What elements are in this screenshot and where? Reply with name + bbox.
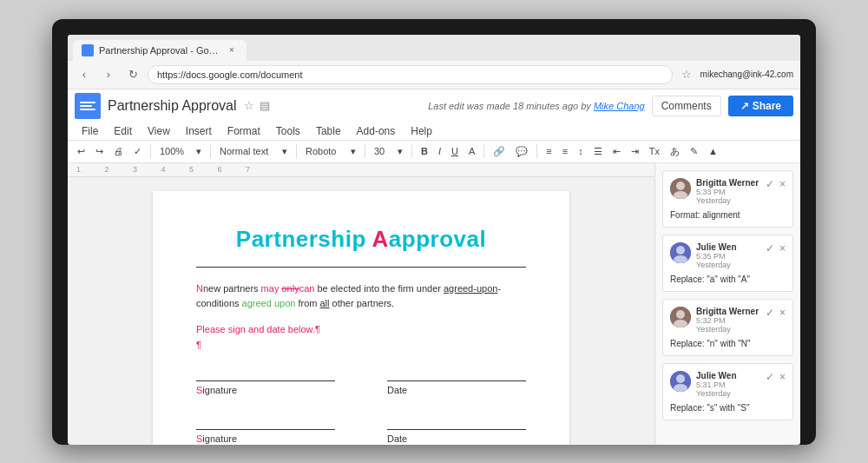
body-be: be elected into the firm under	[314, 283, 444, 294]
refresh-button[interactable]: ↻	[123, 65, 142, 84]
comment-author-2: Julie Wen	[696, 242, 760, 252]
sep-3	[296, 144, 297, 158]
menu-help[interactable]: Help	[404, 122, 439, 140]
menu-table[interactable]: Table	[309, 122, 348, 140]
comment-close-4[interactable]: ×	[779, 371, 786, 383]
sig-text-2: ignature	[202, 433, 237, 444]
indent-less-button[interactable]: ⇤	[608, 143, 625, 160]
tab-close-icon[interactable]: ×	[226, 44, 238, 56]
comment-card-3: Brigitta Werner 5:32 PM Yesterday ✓ × Re…	[662, 299, 793, 356]
comment-time-1: 5:33 PM Yesterday	[696, 188, 760, 205]
style-selector[interactable]: Normal text	[215, 143, 276, 159]
align-left-button[interactable]: ≡	[542, 143, 556, 159]
comment-close-3[interactable]: ×	[779, 307, 786, 319]
doc-body-paragraph: Nnew partners may onlycan be elected int…	[196, 281, 526, 312]
doc-heading: Partnership Aapproval	[196, 226, 526, 253]
hide-toolbar-button[interactable]: ▲	[704, 143, 722, 159]
menu-file[interactable]: File	[75, 122, 105, 140]
folder-icon[interactable]: ▤	[260, 99, 270, 112]
doc-page: Partnership Aapproval Nnew partners may …	[153, 191, 569, 445]
comment-resolve-2[interactable]: ✓	[766, 242, 774, 255]
undo-button[interactable]: ↩	[73, 143, 89, 160]
menu-view[interactable]: View	[141, 122, 177, 140]
comment-author-4: Julie Wen	[696, 371, 760, 380]
body-new: new partners	[203, 283, 261, 294]
font-size-dropdown-icon[interactable]: ▾	[393, 143, 407, 160]
list-button[interactable]: ☰	[589, 143, 607, 160]
bold-button[interactable]: B	[417, 143, 432, 159]
comment-text-1: Format: alignment	[670, 210, 786, 220]
menu-insert[interactable]: Insert	[179, 122, 219, 140]
font-selector[interactable]: Roboto	[301, 143, 345, 159]
input-tools-button[interactable]: あ	[666, 142, 684, 161]
last-edit-info: Last edit was made 18 minutes ago by Mik…	[428, 101, 644, 111]
comment-resolve-4[interactable]: ✓	[766, 371, 774, 383]
comment-meta-1: Brigitta Werner 5:33 PM Yesterday	[696, 178, 760, 205]
redo-button[interactable]: ↪	[91, 143, 108, 160]
comment-header-3: Brigitta Werner 5:32 PM Yesterday ✓ ×	[670, 307, 786, 334]
tracked-agreed-upon-2: agreed upon	[242, 298, 296, 308]
docs-header: Partnership Approval ☆ ▤ Last edit was m…	[68, 89, 800, 163]
doc-left-wrap: 1 2 3 4 5 6 7 Partnership Aapproval	[68, 163, 654, 445]
indent-more-button[interactable]: ⇥	[627, 143, 643, 160]
address-input[interactable]: https://docs.google.com/document	[148, 65, 673, 84]
star-icon[interactable]: ☆	[244, 99, 254, 112]
comment-resolve-1[interactable]: ✓	[766, 178, 774, 190]
comment-meta-4: Julie Wen 5:31 PM Yesterday	[696, 371, 760, 398]
comment-text-2: Replace: "a" with "A"	[670, 274, 786, 284]
comment-close-2[interactable]: ×	[779, 242, 786, 255]
underline-button[interactable]: U	[447, 143, 463, 159]
body-from: from	[295, 298, 319, 308]
menu-format[interactable]: Format	[220, 122, 267, 140]
link-button[interactable]: 🔗	[489, 143, 510, 160]
back-button[interactable]: ‹	[75, 65, 94, 84]
menu-tools[interactable]: Tools	[269, 122, 307, 140]
docs-menu-bar: File Edit View Insert Format Tools Table…	[68, 122, 800, 140]
sep-5	[411, 144, 412, 158]
share-label: Share	[753, 100, 781, 112]
comment-resolve-3[interactable]: ✓	[766, 307, 774, 319]
date-line-1	[387, 364, 526, 381]
comment-button[interactable]: 💬	[511, 143, 532, 160]
tracked-only: only	[281, 283, 299, 294]
comment-text-4: Replace: "s" with "S"	[670, 403, 786, 413]
bookmark-icon[interactable]: ☆	[678, 66, 695, 83]
print-button[interactable]: 🖨	[109, 143, 128, 159]
svg-point-1	[676, 182, 685, 190]
italic-button[interactable]: I	[434, 143, 445, 159]
draw-button[interactable]: ✎	[686, 143, 702, 160]
clear-format-button[interactable]: Tx	[645, 143, 664, 159]
align-center-button[interactable]: ≡	[558, 143, 572, 159]
menu-edit[interactable]: Edit	[107, 122, 139, 140]
share-icon: ↗	[740, 100, 749, 112]
docs-actions: Last edit was made 18 minutes ago by Mik…	[428, 96, 793, 116]
font-dropdown-icon[interactable]: ▾	[346, 143, 360, 160]
document-title[interactable]: Partnership Approval	[108, 98, 237, 114]
logo-line-3	[80, 109, 95, 110]
account-label: mikechang@ink-42.com	[700, 69, 793, 79]
font-size-selector[interactable]: 30	[370, 143, 391, 159]
font-color-button[interactable]: A	[464, 143, 479, 159]
comment-card-4: Julie Wen 5:31 PM Yesterday ✓ × Replace:…	[662, 363, 793, 420]
forward-button[interactable]: ›	[99, 65, 118, 84]
style-dropdown-icon[interactable]: ▾	[278, 143, 292, 160]
comment-text-3: Replace: "n" with "N"	[670, 339, 786, 348]
menu-addons[interactable]: Add-ons	[350, 122, 403, 140]
line-spacing-button[interactable]: ↕	[574, 143, 588, 159]
document-area: Partnership Aapproval Nnew partners may …	[68, 177, 654, 445]
zoom-dropdown-icon[interactable]: ▾	[192, 143, 206, 160]
signature-field-1: Signature	[196, 364, 335, 395]
browser-tab[interactable]: Partnership Approval - Goog... ×	[73, 40, 247, 61]
comment-meta-3: Brigitta Werner 5:32 PM Yesterday	[696, 307, 760, 334]
heading-highlight-a: A	[372, 226, 389, 252]
comments-button[interactable]: Comments	[652, 96, 721, 116]
comment-close-1[interactable]: ×	[779, 178, 786, 190]
comment-card-2: Julie Wen 5:35 PM Yesterday ✓ × Replace:…	[662, 235, 793, 292]
ruler: 1 2 3 4 5 6 7	[68, 163, 654, 177]
content-area: 1 2 3 4 5 6 7 Partnership Aapproval	[68, 163, 800, 445]
spellcheck-button[interactable]: ✓	[129, 143, 146, 160]
doc-sign-instruction: Please sign and date below.¶	[196, 324, 526, 334]
zoom-selector[interactable]: 100%	[155, 143, 190, 159]
comment-card-1: Brigitta Werner 5:33 PM Yesterday ✓ × Fo…	[662, 170, 793, 228]
share-button[interactable]: ↗ Share	[728, 96, 793, 116]
